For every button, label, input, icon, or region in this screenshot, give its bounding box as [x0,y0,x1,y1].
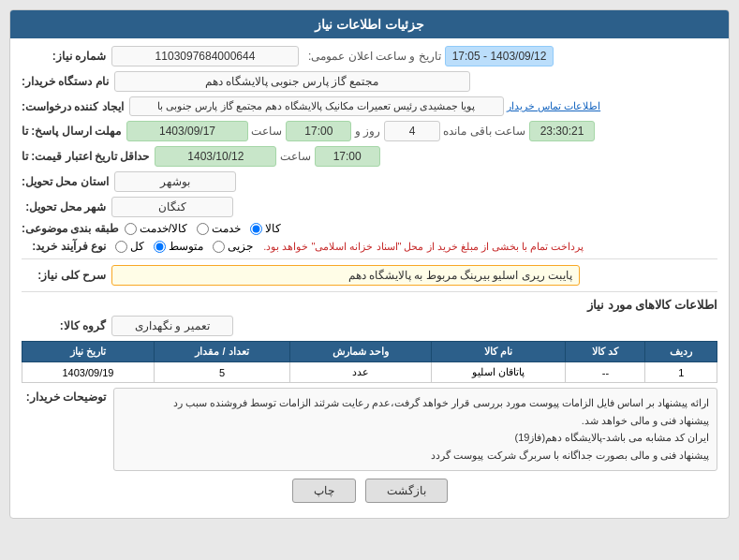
divider-1 [22,258,717,259]
purchase-kol[interactable]: کل [115,240,144,253]
notes-line-2: پیشنهاد فنی و مالی خواهد شد. [122,412,709,430]
row-city: کنگان شهر محل تحویل: [22,197,717,217]
notes-line-3: ایران کد مشابه می باشد-پالایشگاه دهم(فاز… [122,429,709,447]
goods-section-title: اطلاعات کالاهای مورد نیاز [22,298,717,312]
province-label: استان محل تحویل: [22,175,109,188]
purchase-kol-radio[interactable] [115,241,127,253]
notes-label: توضیحات خریدار: [22,388,106,404]
purchase-motavasset[interactable]: متوسط [154,240,203,253]
row-province: بوشهر استان محل تحویل: [22,171,717,192]
send-time-label: ساعت [251,125,282,138]
col-qty: تعداد / مقدار [154,342,289,362]
col-name: نام کالا [432,342,566,362]
notes-row: ارائه پیشنهاد بر اساس فایل الزامات پیوست… [22,388,717,471]
category-kala-label: کالا [265,222,281,235]
purchase-motavasset-radio[interactable] [154,241,166,253]
table-row: 1 -- پاتاقان اسلیو عدد 5 1403/09/19 [22,362,717,383]
creator-label: ایجاد کننده درخواست: [22,100,124,113]
purchase-type-label: نوع فرآیند خرید: [22,240,106,253]
purchase-jozii[interactable]: جزیی [213,240,253,253]
send-date-value: 1403/09/17 [126,121,248,141]
send-remaining-value: 23:30:21 [529,121,595,141]
back-button[interactable]: بازگشت [365,479,448,503]
send-time-value: 17:00 [286,121,351,141]
description-label: سرح کلی نیاز: [22,269,106,282]
page-title: جزئیات اطلاعات نیاز [315,17,424,32]
province-value: بوشهر [114,171,236,192]
price-time-label: ساعت [280,150,311,163]
category-kala-khidmat-radio[interactable] [125,223,137,235]
send-day-label: روز و [355,125,380,138]
category-label: طبقه بندی موضوعی: [22,222,119,235]
niyaz-number-label: شماره نیاز: [22,50,106,63]
purchase-note: پرداخت تمام با بخشی از مبلغ خرید از محل … [263,241,584,253]
category-kala-khidmat[interactable]: کالا/خدمت [125,222,187,235]
col-date: تاریخ نیاز [22,342,155,362]
form-body: 1403/09/12 - 17:05 تاریخ و ساعت اعلان عم… [10,38,729,518]
niyaz-number-value: 1103097684000644 [111,46,299,66]
city-value: کنگان [111,197,233,217]
category-khidmat-label: خدمت [212,222,241,235]
cell-radif: 1 [645,362,717,383]
city-label: شهر محل تحویل: [22,200,106,214]
goods-table: ردیف کد کالا نام کالا واحد شمارش تعداد /… [22,341,717,383]
price-date-value: 1403/10/12 [155,146,276,167]
purchase-radio-group: کل متوسط جزیی [115,240,253,253]
buyer-value: مجتمع گاز پارس جنوبی پالایشگاه دهم [114,71,470,92]
purchase-jozii-label: جزیی [228,240,253,253]
purchase-kol-label: کل [130,240,144,253]
category-kala[interactable]: کالا [250,222,281,235]
row-price-deadline: 17:00 ساعت 1403/10/12 حداقل تاریخ اعتبار… [22,146,717,167]
price-time-value: 17:00 [315,146,380,167]
category-khidmat-radio[interactable] [197,223,209,235]
contact-link[interactable]: اطلاعات تماس خریدار [507,100,600,112]
row-category: کالا/خدمت خدمت کالا طبقه بندی موضوعی: [22,222,717,235]
row-niyaz-datetime: 1403/09/12 - 17:05 تاریخ و ساعت اعلان عم… [22,46,717,66]
row-buyer: مجتمع گاز پارس جنوبی پالایشگاه دهم نام د… [22,71,717,92]
notes-line-1: ارائه پیشنهاد بر اساس فایل الزامات پیوست… [122,394,709,412]
row-goods-group: تعمیر و نگهداری گروه کالا: [22,316,717,336]
cell-name: پاتاقان اسلیو [432,362,566,383]
buyer-label: نام دستگاه خریدار: [22,75,109,88]
notes-content: ارائه پیشنهاد بر اساس فایل الزامات پیوست… [113,388,717,471]
datetime-label: تاریخ و ساعت اعلان عمومی: [308,50,441,63]
category-kala-radio[interactable] [250,223,262,235]
col-radif: ردیف [645,342,717,362]
purchase-jozii-radio[interactable] [213,241,225,253]
row-creator: اطلاعات تماس خریدار پویا جمشیدی رئیس تعم… [22,96,717,116]
send-day-value: 4 [384,121,440,141]
row-description: پایبت ریری اسلیو بیرینگ مربوط به پالایشگ… [22,265,717,286]
cell-unit: عدد [290,362,432,383]
main-container: جزئیات اطلاعات نیاز 1403/09/12 - 17:05 ت… [9,9,730,519]
purchase-motavasset-label: متوسط [169,240,203,253]
datetime-value: 1403/09/12 - 17:05 [445,46,554,66]
description-value: پایبت ریری اسلیو بیرینگ مربوط به پالایشگ… [111,265,580,286]
table-header-row: ردیف کد کالا نام کالا واحد شمارش تعداد /… [22,342,717,362]
row-purchase-type: پرداخت تمام با بخشی از مبلغ خرید از محل … [22,240,717,253]
creator-value: پویا جمشیدی رئیس تعمیرات مکانیک پالایشگا… [129,96,504,116]
send-deadline-label: مهلت ارسال پاسخ: تا [22,125,121,138]
cell-qty: 5 [154,362,289,383]
price-deadline-label: حداقل تاریخ اعتبار قیمت: تا [22,150,149,163]
col-code: کد کالا [566,342,645,362]
category-radio-group: کالا/خدمت خدمت کالا [125,222,281,235]
send-remaining-label: ساعت باقی مانده [443,125,525,138]
goods-group-value: تعمیر و نگهداری [111,316,233,336]
buttons-row: بازگشت چاپ [22,471,717,510]
page-header: جزئیات اطلاعات نیاز [10,10,729,38]
row-send-deadline: 23:30:21 ساعت باقی مانده 4 روز و 17:00 س… [22,121,717,141]
category-khidmat[interactable]: خدمت [197,222,241,235]
print-button[interactable]: چاپ [292,479,356,503]
category-kala-khidmat-label: کالا/خدمت [140,222,187,235]
cell-code: -- [566,362,645,383]
cell-date: 1403/09/19 [22,362,155,383]
notes-line-4: پیشنهاد فنی و مالی بصورت جداگانه با سربر… [122,447,709,464]
divider-2 [22,291,717,292]
goods-group-label: گروه کالا: [22,319,106,332]
col-unit: واحد شمارش [290,342,432,362]
